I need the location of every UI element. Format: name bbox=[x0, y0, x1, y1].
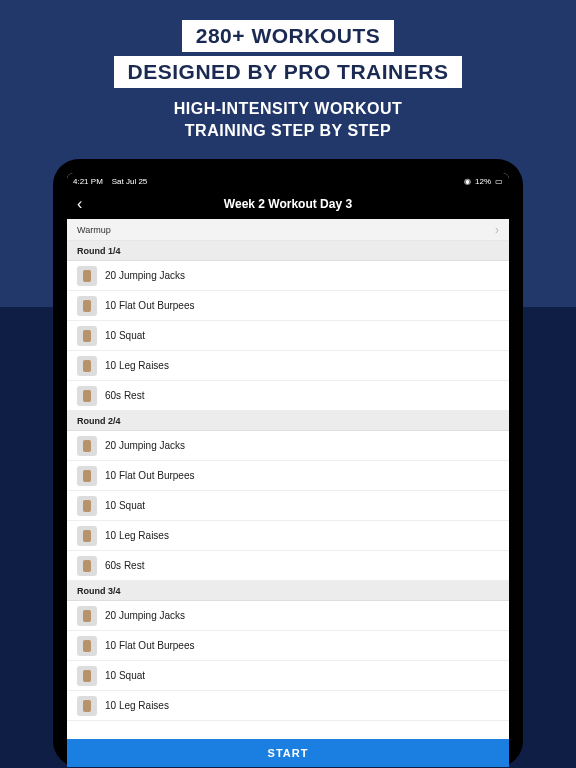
warmup-row[interactable]: Warmup › bbox=[67, 219, 509, 241]
exercise-thumb bbox=[77, 466, 97, 486]
exercise-label: 20 Jumping Jacks bbox=[105, 610, 185, 621]
promo-tagline: HIGH-INTENSITY WORKOUT TRAINING STEP BY … bbox=[0, 98, 576, 141]
list-item[interactable]: 10 Leg Raises bbox=[67, 351, 509, 381]
list-item[interactable]: 10 Flat Out Burpees bbox=[67, 461, 509, 491]
exercise-label: 10 Leg Raises bbox=[105, 360, 169, 371]
round-header: Round 2/4 bbox=[67, 411, 509, 431]
list-item[interactable]: 10 Squat bbox=[67, 321, 509, 351]
list-item[interactable]: 20 Jumping Jacks bbox=[67, 261, 509, 291]
page-title: Week 2 Workout Day 3 bbox=[67, 197, 509, 211]
chevron-right-icon: › bbox=[495, 223, 499, 237]
list-item[interactable]: 20 Jumping Jacks bbox=[67, 601, 509, 631]
status-time: 4:21 PM bbox=[73, 177, 103, 186]
exercise-label: 10 Squat bbox=[105, 500, 145, 511]
round-header: Round 3/4 bbox=[67, 581, 509, 601]
exercise-thumb bbox=[77, 436, 97, 456]
list-item[interactable]: 10 Squat bbox=[67, 491, 509, 521]
workout-list[interactable]: Warmup › Round 1/4 20 Jumping Jacks 10 F… bbox=[67, 219, 509, 739]
exercise-thumb bbox=[77, 266, 97, 286]
exercise-label: 10 Squat bbox=[105, 670, 145, 681]
exercise-thumb bbox=[77, 296, 97, 316]
round-header: Round 1/4 bbox=[67, 241, 509, 261]
exercise-label: 10 Flat Out Burpees bbox=[105, 300, 195, 311]
exercise-thumb bbox=[77, 356, 97, 376]
list-item[interactable]: 10 Flat Out Burpees bbox=[67, 291, 509, 321]
exercise-thumb bbox=[77, 636, 97, 656]
list-item[interactable]: 20 Jumping Jacks bbox=[67, 431, 509, 461]
exercise-thumb bbox=[77, 496, 97, 516]
exercise-thumb bbox=[77, 386, 97, 406]
exercise-label: 10 Leg Raises bbox=[105, 700, 169, 711]
list-item[interactable]: 60s Rest bbox=[67, 381, 509, 411]
list-item[interactable]: 60s Rest bbox=[67, 551, 509, 581]
list-item[interactable]: 10 Leg Raises bbox=[67, 691, 509, 721]
exercise-label: 20 Jumping Jacks bbox=[105, 440, 185, 451]
exercise-label: 10 Flat Out Burpees bbox=[105, 470, 195, 481]
exercise-thumb bbox=[77, 526, 97, 546]
battery-percent: 12% bbox=[475, 177, 491, 186]
exercise-label: 60s Rest bbox=[105, 390, 144, 401]
tagline-line-2: TRAINING STEP BY STEP bbox=[0, 120, 576, 142]
warmup-label: Warmup bbox=[77, 225, 111, 235]
exercise-label: 10 Squat bbox=[105, 330, 145, 341]
tablet-screen: 4:21 PM Sat Jul 25 ◉ 12% ▭ ‹ Week 2 Work… bbox=[67, 173, 509, 767]
wifi-icon: ◉ bbox=[464, 177, 471, 186]
exercise-label: 20 Jumping Jacks bbox=[105, 270, 185, 281]
status-date: Sat Jul 25 bbox=[112, 177, 148, 186]
status-left: 4:21 PM Sat Jul 25 bbox=[73, 177, 147, 186]
exercise-label: 10 Flat Out Burpees bbox=[105, 640, 195, 651]
status-bar: 4:21 PM Sat Jul 25 ◉ 12% ▭ bbox=[67, 173, 509, 189]
exercise-label: 60s Rest bbox=[105, 560, 144, 571]
exercise-thumb bbox=[77, 696, 97, 716]
battery-icon: ▭ bbox=[495, 177, 503, 186]
exercise-label: 10 Leg Raises bbox=[105, 530, 169, 541]
exercise-thumb bbox=[77, 606, 97, 626]
promo-badge-1: 280+ WORKOUTS bbox=[182, 20, 394, 52]
start-button[interactable]: START bbox=[67, 739, 509, 767]
tagline-line-1: HIGH-INTENSITY WORKOUT bbox=[0, 98, 576, 120]
status-right: ◉ 12% ▭ bbox=[464, 177, 503, 186]
exercise-thumb bbox=[77, 666, 97, 686]
exercise-thumb bbox=[77, 326, 97, 346]
list-item[interactable]: 10 Squat bbox=[67, 661, 509, 691]
tablet-frame: 4:21 PM Sat Jul 25 ◉ 12% ▭ ‹ Week 2 Work… bbox=[53, 159, 523, 767]
list-item[interactable]: 10 Leg Raises bbox=[67, 521, 509, 551]
promo-content: 280+ WORKOUTS DESIGNED BY PRO TRAINERS H… bbox=[0, 0, 576, 767]
list-item[interactable]: 10 Flat Out Burpees bbox=[67, 631, 509, 661]
promo-badge-2: DESIGNED BY PRO TRAINERS bbox=[114, 56, 463, 88]
exercise-thumb bbox=[77, 556, 97, 576]
nav-bar: ‹ Week 2 Workout Day 3 bbox=[67, 189, 509, 219]
